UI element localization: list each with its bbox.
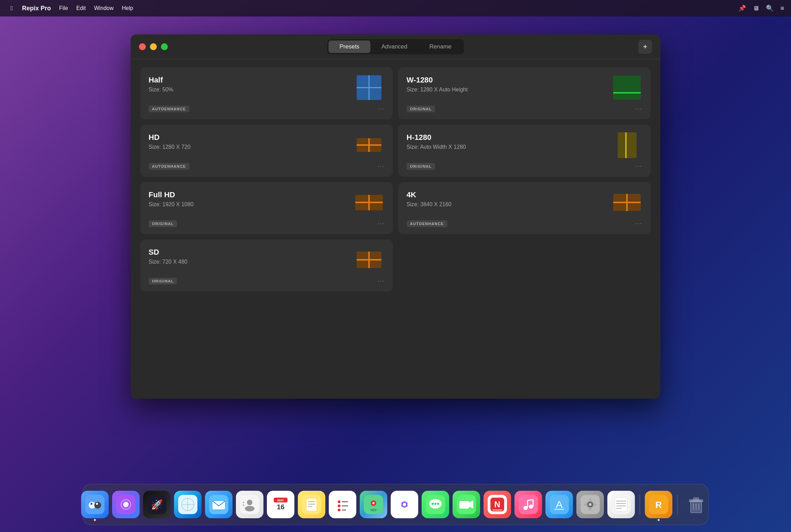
dock-app-calendar[interactable]: MAY 16 [267, 491, 294, 518]
badge-sd: ORIGINAL [149, 278, 177, 285]
tab-presets[interactable]: Presets [328, 41, 370, 53]
dock-divider [640, 494, 640, 515]
svg-text:16: 16 [277, 503, 284, 511]
svg-point-35 [338, 509, 340, 511]
sd-icon-shape [357, 252, 381, 268]
fullhd-icon-shape [355, 195, 383, 210]
card-size-h1280: Size: Auto Width X 1280 [407, 144, 611, 150]
dock-app-system-preferences[interactable] [576, 491, 604, 518]
dock-app-news[interactable]: N [484, 491, 511, 518]
svg-rect-32 [333, 495, 352, 514]
card-info-h1280: H-1280 Size: Auto Width X 1280 [407, 133, 611, 150]
more-button-hd[interactable]: ··· [377, 163, 384, 170]
display-icon: 🖥 [753, 5, 759, 12]
tab-advanced[interactable]: Advanced [370, 41, 419, 53]
dock-app-photos[interactable] [391, 491, 418, 518]
svg-point-41 [372, 502, 375, 504]
card-info-fullhd: Full HD Size: 1920 X 1080 [149, 190, 354, 208]
card-top-sd: SD Size: 720 X 480 [149, 248, 384, 272]
card-top-w1280: W-1280 Size: 1280 X Auto Height [407, 76, 642, 100]
card-bottom-fullhd: ORIGINAL ··· [149, 220, 384, 227]
half-icon-shape [357, 75, 381, 100]
more-button-half[interactable]: ··· [377, 105, 384, 112]
add-preset-button[interactable]: + [638, 40, 652, 54]
menu-file[interactable]: File [59, 5, 68, 11]
more-button-4k[interactable]: ··· [635, 220, 642, 227]
dock-app-reminders[interactable] [329, 491, 356, 518]
card-icon-hd [354, 133, 384, 157]
card-title-h1280: H-1280 [407, 133, 611, 142]
menu-help[interactable]: Help [122, 5, 133, 11]
card-icon-half [354, 76, 384, 100]
menu-edit[interactable]: Edit [76, 5, 86, 11]
dock-app-contacts[interactable] [236, 491, 263, 518]
badge-fullhd: ORIGINAL [149, 220, 177, 227]
svg-text:R: R [655, 500, 662, 510]
more-button-sd[interactable]: ··· [377, 277, 384, 285]
svg-text:N: N [494, 500, 500, 509]
more-button-h1280[interactable]: ··· [635, 163, 642, 170]
card-icon-h1280 [611, 133, 642, 157]
apple-icon:  [11, 5, 13, 12]
main-window: Presets Advanced Rename + Half Size: 50%… [131, 34, 660, 399]
svg-rect-64 [519, 495, 538, 514]
menu-window[interactable]: Window [94, 5, 113, 11]
dock-app-music[interactable] [514, 491, 542, 518]
card-bottom-half: AUTOENHANCE ··· [149, 105, 384, 112]
dock-app-launchpad[interactable]: 🚀 [143, 491, 171, 518]
search-icon[interactable]: 🔍 [766, 4, 773, 12]
svg-rect-21 [243, 502, 244, 503]
svg-point-56 [437, 503, 439, 505]
svg-point-4 [96, 503, 98, 505]
w1280-icon-shape [613, 76, 641, 100]
preset-card-sd: SD Size: 720 X 480 ORIGINAL ··· [140, 240, 393, 291]
svg-rect-79 [594, 503, 596, 506]
card-bottom-w1280: ORIGINAL ··· [407, 105, 642, 112]
card-size-hd: Size: 1280 X 720 [149, 144, 354, 150]
card-info-hd: HD Size: 1280 X 720 [149, 133, 354, 150]
dock-app-siri[interactable] [112, 491, 140, 518]
traffic-lights [139, 43, 168, 50]
dock-app-maps[interactable] [360, 491, 387, 518]
list-icon[interactable]: ≡ [780, 5, 784, 12]
preset-card-w1280: W-1280 Size: 1280 X Auto Height ORIGINAL… [398, 67, 651, 119]
dock-app-safari[interactable] [174, 491, 202, 518]
dock-app-textedit[interactable] [607, 491, 635, 518]
dock-app-messages[interactable] [422, 491, 449, 518]
svg-text:🚀: 🚀 [151, 499, 163, 510]
tab-rename[interactable]: Rename [419, 41, 463, 53]
minimize-button[interactable] [150, 43, 157, 50]
apple-menu[interactable]:  [7, 3, 17, 13]
svg-rect-22 [243, 505, 244, 506]
preset-card-4k: 4K Size: 3840 X 2160 AUTOENHANCE ··· [398, 182, 651, 234]
svg-point-54 [432, 503, 434, 505]
svg-point-66 [529, 505, 533, 509]
card-size-sd: Size: 720 X 480 [149, 259, 354, 265]
dock-app-trash[interactable] [682, 491, 710, 518]
badge-w1280: ORIGINAL [407, 106, 435, 112]
dock-app-mail[interactable] [205, 491, 232, 518]
badge-4k: AUTOENHANCE [407, 220, 447, 227]
card-info-w1280: W-1280 Size: 1280 X Auto Height [407, 76, 611, 93]
more-button-fullhd[interactable]: ··· [377, 220, 384, 227]
dock-app-repixpro[interactable]: R [645, 491, 672, 518]
dock-app-finder[interactable] [81, 491, 109, 518]
fullscreen-button[interactable] [161, 43, 168, 50]
more-button-w1280[interactable]: ··· [635, 105, 642, 112]
dock: 🚀 [83, 484, 708, 525]
card-top-half: Half Size: 50% [149, 76, 384, 100]
svg-rect-58 [459, 501, 469, 509]
dock-app-appstore[interactable]: A [545, 491, 573, 518]
pin-icon: 📌 [738, 4, 746, 12]
dock-app-notes[interactable] [298, 491, 325, 518]
card-info-sd: SD Size: 720 X 480 [149, 248, 354, 265]
presets-grid: Half Size: 50% AUTOENHANCE ··· W-1280 Si… [131, 59, 660, 300]
repixpro-dot [658, 519, 660, 521]
preset-card-fullhd: Full HD Size: 1920 X 1080 ORIGINAL ··· [140, 182, 393, 234]
menu-items: File Edit Window Help [59, 5, 133, 11]
dock-app-facetime[interactable] [453, 491, 480, 518]
close-button[interactable] [139, 43, 146, 50]
svg-line-69 [528, 500, 533, 500]
svg-point-19 [247, 500, 252, 505]
card-top-hd: HD Size: 1280 X 720 [149, 133, 384, 157]
